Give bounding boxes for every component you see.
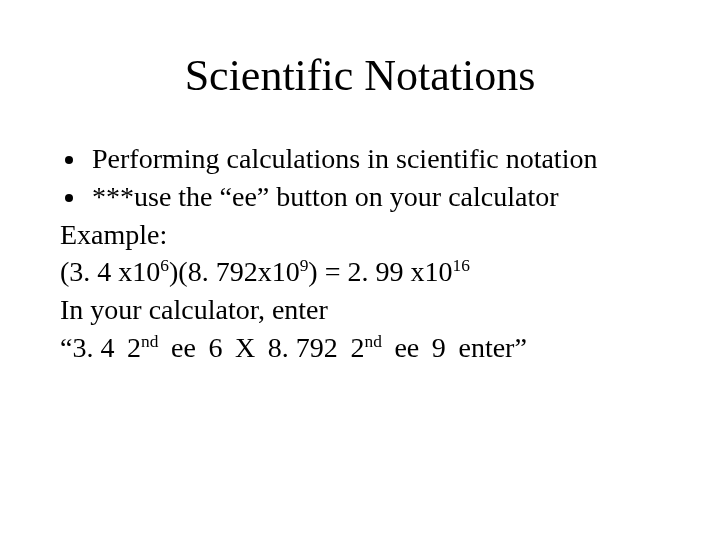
text: ee xyxy=(394,332,419,363)
text: 2 xyxy=(127,332,141,363)
text: ” xyxy=(514,332,526,363)
bullet-item: ***use the “ee” button on your calculato… xyxy=(88,179,660,215)
text: X xyxy=(235,332,255,363)
text: )(8. 792x10 xyxy=(169,256,300,287)
text: enter xyxy=(458,332,514,363)
exponent: 16 xyxy=(452,256,469,275)
calc-sequence: “3. 42ndee6X8. 7922ndee9enter” xyxy=(60,330,660,366)
example-expression: (3. 4 x106)(8. 792x109) = 2. 99 x1016 xyxy=(60,254,660,290)
ordinal-suffix: nd xyxy=(364,332,381,351)
bullet-list: Performing calculations in scientific no… xyxy=(60,141,660,215)
slide-body: Performing calculations in scientific no… xyxy=(60,141,660,366)
text: (3. 4 x10 xyxy=(60,256,160,287)
text: 8. 792 xyxy=(268,332,338,363)
text: 2 xyxy=(350,332,364,363)
text: ) = 2. 99 x10 xyxy=(308,256,452,287)
exponent: 6 xyxy=(160,256,169,275)
calc-intro: In your calculator, enter xyxy=(60,292,660,328)
text: 3. 4 xyxy=(72,332,114,363)
text: “ xyxy=(60,332,72,363)
slide: Scientific Notations Performing calculat… xyxy=(0,0,720,540)
text: 6 xyxy=(208,332,222,363)
text: ee xyxy=(171,332,196,363)
text: 9 xyxy=(432,332,446,363)
ordinal-suffix: nd xyxy=(141,332,158,351)
bullet-item: Performing calculations in scientific no… xyxy=(88,141,660,177)
example-label: Example: xyxy=(60,217,660,253)
slide-title: Scientific Notations xyxy=(60,50,660,101)
